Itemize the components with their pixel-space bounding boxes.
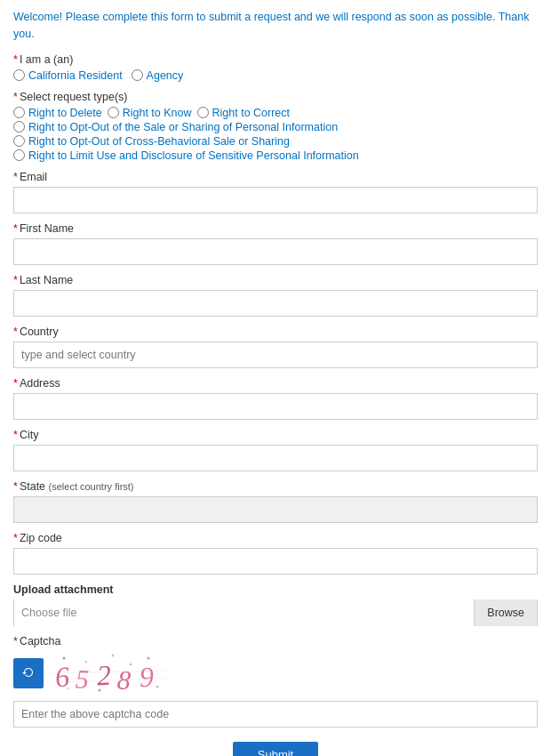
captcha-controls: 6 5 2 8 9	[13, 651, 538, 696]
upload-row: Choose file Browse	[13, 599, 538, 626]
email-input[interactable]	[13, 187, 538, 213]
right-to-correct-option[interactable]: Right to Correct	[197, 107, 291, 119]
country-label: *Country	[13, 326, 538, 338]
first-name-input[interactable]	[13, 238, 538, 265]
address-label: *Address	[13, 377, 538, 390]
agency-radio[interactable]	[132, 69, 143, 81]
state-label: *State (select country first)	[13, 480, 538, 493]
optout-sale-label: Right to Opt-Out of the Sale or Sharing …	[28, 121, 338, 133]
svg-text:6: 6	[53, 660, 70, 693]
svg-point-8	[156, 685, 159, 688]
iam-label: *I am a (an)	[13, 53, 538, 66]
country-field-group: *Country	[13, 326, 538, 368]
city-label: *City	[13, 429, 538, 441]
upload-label: Upload attachment	[13, 583, 538, 596]
optout-sale-option[interactable]: Right to Opt-Out of the Sale or Sharing …	[13, 121, 538, 133]
right-to-correct-radio[interactable]	[197, 107, 209, 118]
browse-button[interactable]: Browse	[474, 599, 537, 626]
iam-field-group: *I am a (an) California Resident Agency	[13, 53, 538, 82]
email-label: *Email	[13, 171, 538, 183]
limit-use-label: Right to Limit Use and Disclosure of Sen…	[28, 149, 359, 162]
state-field-group: *State (select country first)	[13, 480, 538, 523]
svg-point-4	[148, 656, 150, 659]
california-resident-label: California Resident	[28, 69, 123, 82]
request-type-row-4: Right to Limit Use and Disclosure of Sen…	[13, 149, 538, 162]
right-to-know-option[interactable]: Right to Know	[108, 107, 192, 119]
request-type-label: *Select request type(s)	[13, 91, 538, 103]
submit-button[interactable]: Submit	[233, 742, 318, 757]
city-input[interactable]	[13, 445, 538, 471]
last-name-input[interactable]	[13, 290, 538, 317]
iam-radio-group: California Resident Agency	[13, 69, 538, 82]
last-name-field-group: *Last Name	[13, 274, 538, 317]
agency-label: Agency	[147, 69, 184, 82]
svg-text:8: 8	[116, 664, 132, 695]
svg-text:5: 5	[75, 664, 90, 694]
zip-label: *Zip code	[13, 532, 538, 544]
zip-input[interactable]	[13, 548, 538, 575]
state-note: (select country first)	[49, 481, 134, 492]
upload-field-group: Upload attachment Choose file Browse	[13, 583, 538, 626]
optout-cross-option[interactable]: Right to Opt-Out of Cross-Behavioral Sal…	[13, 135, 538, 148]
zip-field-group: *Zip code	[13, 532, 538, 575]
svg-text:9: 9	[139, 660, 154, 693]
captcha-label: *Captcha	[13, 635, 538, 647]
svg-point-1	[85, 661, 87, 663]
limit-use-option[interactable]: Right to Limit Use and Disclosure of Sen…	[13, 149, 538, 162]
svg-point-0	[63, 656, 66, 659]
captcha-input[interactable]	[13, 701, 538, 728]
address-field-group: *Address	[13, 377, 538, 420]
last-name-label: *Last Name	[13, 274, 538, 286]
first-name-field-group: *First Name	[13, 222, 538, 265]
first-name-label: *First Name	[13, 222, 538, 235]
required-star-2: *	[13, 91, 18, 103]
california-resident-radio[interactable]	[13, 69, 25, 81]
right-to-delete-radio[interactable]	[13, 107, 25, 118]
submit-row: Submit	[13, 742, 538, 757]
right-to-correct-label: Right to Correct	[212, 107, 291, 119]
california-resident-option[interactable]: California Resident	[13, 69, 123, 82]
optout-cross-radio[interactable]	[13, 135, 25, 147]
request-type-row-3: Right to Opt-Out of Cross-Behavioral Sal…	[13, 135, 538, 148]
state-input	[13, 496, 538, 523]
captcha-refresh-button[interactable]	[13, 658, 44, 688]
city-field-group: *City	[13, 429, 538, 471]
required-star: *	[13, 53, 18, 66]
right-to-know-label: Right to Know	[123, 107, 192, 119]
refresh-icon	[20, 665, 36, 681]
right-to-delete-option[interactable]: Right to Delete	[13, 107, 102, 119]
agency-option[interactable]: Agency	[132, 69, 184, 82]
captcha-field-group: *Captcha 6 5 2	[13, 635, 538, 728]
svg-point-2	[112, 654, 115, 656]
address-input[interactable]	[13, 393, 538, 420]
welcome-message: Welcome! Please complete this form to su…	[13, 9, 538, 43]
upload-filename: Choose file	[14, 599, 474, 626]
optout-sale-radio[interactable]	[13, 121, 25, 133]
right-to-delete-label: Right to Delete	[28, 107, 102, 119]
captcha-image: 6 5 2 8 9	[51, 651, 166, 696]
svg-text:2: 2	[96, 658, 112, 691]
request-type-field-group: *Select request type(s) Right to Delete …	[13, 91, 538, 162]
optout-cross-label: Right to Opt-Out of Cross-Behavioral Sal…	[28, 135, 290, 148]
right-to-know-radio[interactable]	[108, 107, 119, 118]
request-type-row-2: Right to Opt-Out of the Sale or Sharing …	[13, 121, 538, 133]
country-input[interactable]	[13, 342, 538, 368]
request-type-row-1: Right to Delete Right to Know Right to C…	[13, 107, 538, 119]
limit-use-radio[interactable]	[13, 149, 25, 161]
email-field-group: *Email	[13, 171, 538, 213]
